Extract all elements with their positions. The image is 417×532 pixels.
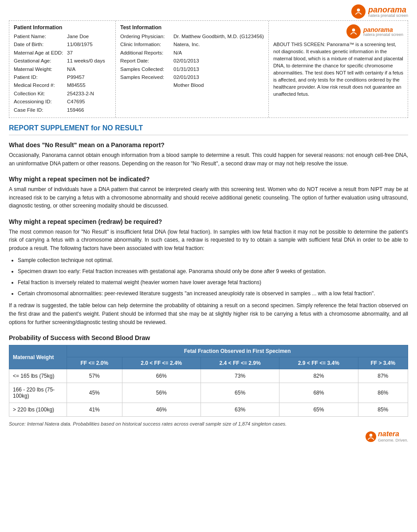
case-file-value: 159466 <box>67 106 84 114</box>
patient-id-value: P99457 <box>67 73 85 81</box>
panorama-logo: panorama natera prenatal screen <box>351 4 408 19</box>
medical-record-row: Medical Record #: M84555 <box>14 81 111 89</box>
samples-received-label: Samples Received: <box>120 73 173 90</box>
ordering-physician-label: Ordering Physician: <box>120 32 173 40</box>
collection-kit-label: Collection Kit: <box>14 90 67 98</box>
samples-received-row: Samples Received: 02/01/2013 Mother Bloo… <box>120 73 264 90</box>
footer-logo-text: natera <box>378 430 408 438</box>
clinic-info-label: Clinic Information: <box>120 40 173 48</box>
table-col1-header: FF <= 2.0% <box>67 357 122 369</box>
ordering-physician-value: Dr. Matthew Goodbirth, M.D. (G123456) <box>173 32 264 40</box>
bullet-3: Fetal fraction is inversely related to m… <box>18 278 408 287</box>
samples-collected-row: Samples Collected: 01/31/2013 <box>120 65 264 73</box>
case-file-row: Case File ID: 159466 <box>14 106 111 114</box>
dob-row: Date of Birth: 11/08/1975 <box>14 40 111 48</box>
bullet-1: Sample collection technique not optimal. <box>18 256 408 265</box>
additional-reports-value: N/A <box>173 49 182 57</box>
maternal-age-label: Maternal Age at EDD: <box>14 49 67 57</box>
medical-record-value: M84555 <box>67 81 86 89</box>
about-panel: panorama natera prenatal screen ABOUT TH… <box>269 21 408 117</box>
section3-bullets: Sample collection technique not optimal.… <box>18 256 408 298</box>
section3-intro: The most common reason for "No Result" i… <box>9 228 408 253</box>
about-text: ABOUT THIS SCREEN: Panorama™ is a screen… <box>273 41 403 98</box>
maternal-weight-row: Maternal Weight: N/A <box>14 65 111 73</box>
report-date-label: Report Date: <box>120 57 173 65</box>
patient-name-value: Jane Doe <box>67 32 89 40</box>
table-row: <= 165 lbs (75kg)57%66%73%82%87% <box>9 369 408 383</box>
about-panorama-logo: panorama natera prenatal screen <box>346 24 403 39</box>
gestational-age-value: 11 weeks/0 days <box>67 57 105 65</box>
samples-collected-label: Samples Collected: <box>120 65 173 73</box>
table-col3-header: 2.4 < FF <= 2.9% <box>201 357 279 369</box>
source-note: Source: Internal Natera data. Probabilit… <box>9 421 408 426</box>
about-logo-text: panorama <box>363 27 403 33</box>
about-logo-subtext: natera prenatal screen <box>363 33 403 37</box>
clinic-info-row: Clinic Information: Natera, Inc. <box>120 40 264 48</box>
svg-point-1 <box>352 28 355 31</box>
section1-body: Occasionally, Panorama cannot obtain eno… <box>9 151 408 168</box>
footer-logo-icon <box>366 431 376 442</box>
additional-reports-label: Additional Reports: <box>120 49 173 57</box>
section2: Why might a repeat specimen not be indic… <box>9 176 408 210</box>
section3-heading: Why might a repeat specimen (redraw) be … <box>9 218 408 225</box>
section2-body: A small number of individuals have a DNA… <box>9 185 408 210</box>
maternal-age-row: Maternal Age at EDD: 37 <box>14 49 111 57</box>
patient-id-row: Patient ID: P99457 <box>14 73 111 81</box>
probability-table: Maternal Weight Fetal Fraction Observed … <box>9 345 408 417</box>
table-col4-header: 2.9 < FF <= 3.4% <box>279 357 358 369</box>
sample-type-value: Mother Blood <box>173 82 204 88</box>
bullet-2: Specimen drawn too early: Fetal fraction… <box>18 267 408 276</box>
samples-collected-value: 01/31/2013 <box>173 65 199 73</box>
dob-value: 11/08/1975 <box>67 40 93 48</box>
table-fetal-fraction-header: Fetal Fraction Observed in First Specime… <box>67 345 408 357</box>
samples-received-value: 02/01/2013 Mother Blood <box>173 73 204 90</box>
report-date-value: 02/01/2013 <box>173 57 199 65</box>
gestational-age-row: Gestational Age: 11 weeks/0 days <box>14 57 111 65</box>
test-info-panel: Test Information Ordering Physician: Dr.… <box>116 21 269 117</box>
patient-id-label: Patient ID: <box>14 73 67 81</box>
maternal-age-value: 37 <box>67 49 73 57</box>
panorama-logo-text: panorama <box>368 6 408 14</box>
svg-point-0 <box>357 8 360 12</box>
clinic-info-value: Natera, Inc. <box>173 40 200 48</box>
section3-conclusion: If a redraw is suggested, the table belo… <box>9 301 408 326</box>
top-info-section: Patient Information Patient Name: Jane D… <box>9 20 408 118</box>
svg-point-2 <box>370 434 373 437</box>
section1: What does "No Result" mean on a Panorama… <box>9 141 408 168</box>
section2-heading: Why might a repeat specimen not be indic… <box>9 176 408 183</box>
table-heading: Probability of Success with Second Blood… <box>9 334 408 341</box>
table-row: > 220 lbs (100kg)41%46%63%65%85% <box>9 403 408 417</box>
logo-icon <box>351 4 366 19</box>
report-date-row: Report Date: 02/01/2013 <box>120 57 264 65</box>
logo-area: panorama natera prenatal screen <box>9 4 408 19</box>
collection-kit-row: Collection Kit: 254233-2-N <box>14 90 111 98</box>
table-section: Probability of Success with Second Blood… <box>9 334 408 426</box>
patient-name-label: Patient Name: <box>14 32 67 40</box>
patient-info-title: Patient Information <box>14 24 111 31</box>
table-col2-header: 2.0 < FF <= 2.4% <box>122 357 201 369</box>
patient-name-row: Patient Name: Jane Doe <box>14 32 111 40</box>
medical-record-label: Medical Record #: <box>14 81 67 89</box>
accessioning-id-label: Accessioning ID: <box>14 98 67 106</box>
table-row: 166 - 220 lbs (75-100kg)45%56%65%68%86% <box>9 383 408 403</box>
section1-heading: What does "No Result" mean on a Panorama… <box>9 141 408 149</box>
footer-logo: natera Genome. Driven. <box>9 430 408 443</box>
patient-info-panel: Patient Information Patient Name: Jane D… <box>9 21 116 117</box>
collection-kit-value: 254233-2-N <box>67 90 94 98</box>
panorama-logo-subtext: natera prenatal screen <box>368 14 408 18</box>
footer-logo-sub: Genome. Driven. <box>378 438 408 443</box>
about-logo-icon <box>346 24 361 39</box>
gestational-age-label: Gestational Age: <box>14 57 67 65</box>
about-logo-area: panorama natera prenatal screen <box>273 24 403 39</box>
bullet-4: Certain chromosomal abnormalities: peer-… <box>18 289 408 298</box>
maternal-weight-value: N/A <box>67 65 75 73</box>
report-supplement-title: REPORT SUPPLEMENT for NO RESULT <box>9 124 408 135</box>
maternal-weight-label: Maternal Weight: <box>14 65 67 73</box>
section3: Why might a repeat specimen (redraw) be … <box>9 218 408 326</box>
accessioning-id-value: C47695 <box>67 98 85 106</box>
case-file-label: Case File ID: <box>14 106 67 114</box>
test-info-title: Test Information <box>120 24 264 31</box>
ordering-physician-row: Ordering Physician: Dr. Matthew Goodbirt… <box>120 32 264 40</box>
dob-label: Date of Birth: <box>14 40 67 48</box>
accessioning-id-row: Accessioning ID: C47695 <box>14 98 111 106</box>
